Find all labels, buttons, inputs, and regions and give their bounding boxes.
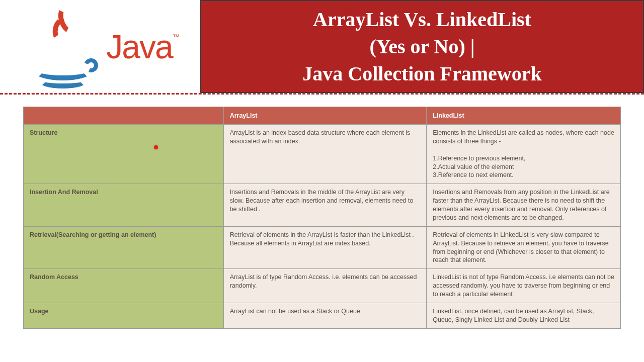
arraylist-cell: Retrieval of elements in the ArrayList i… (223, 226, 427, 269)
table-row: Random AccessArrayList is of type Random… (24, 269, 621, 303)
table-row: Retrieval(Searching or getting an elemen… (24, 226, 621, 269)
row-label: Retrieval(Searching or getting an elemen… (24, 226, 224, 269)
title-panel: ArrayList Vs. LinkedList (Yes or No) | J… (200, 0, 644, 93)
linkedlist-cell: Retrieval of elements in LinkedList is v… (427, 226, 621, 269)
linkedlist-cell: LinkedList, once defined, can be used as… (427, 303, 621, 328)
header-linkedlist: LinkedList (427, 107, 621, 125)
row-label: Usage (24, 303, 224, 328)
row-label: Insertion And Removal (24, 184, 224, 227)
comparison-table: ArrayList LinkedList StructureArrayList … (23, 107, 621, 329)
title-line-1: ArrayList Vs. LinkedList (313, 6, 531, 33)
table-row: UsageArrayList can not be used as a Stac… (24, 303, 621, 328)
java-logo-area: Java™ (0, 0, 200, 93)
java-logo-icon (29, 4, 99, 89)
header-arraylist: ArrayList (223, 107, 427, 125)
arraylist-cell: ArrayList is of type Random Access. i.e.… (223, 269, 427, 303)
arraylist-cell: ArrayList is an index based data structu… (223, 125, 427, 184)
header: Java™ ArrayList Vs. LinkedList (Yes or N… (0, 0, 644, 95)
row-label: Random Access (24, 269, 224, 303)
content-area: ArrayList LinkedList StructureArrayList … (0, 95, 644, 329)
linkedlist-cell: Elements in the LinkedList are called as… (427, 125, 621, 184)
table-row: StructureArrayList is an index based dat… (24, 125, 621, 184)
arraylist-cell: Insertions and Removals in the middle of… (223, 184, 427, 227)
linkedlist-cell: Insertions and Removals from any positio… (427, 184, 621, 227)
table-header-row: ArrayList LinkedList (24, 107, 621, 125)
java-logo-text: Java™ (106, 28, 179, 66)
arraylist-cell: ArrayList can not be used as a Stack or … (223, 303, 427, 328)
title-line-2: (Yes or No) | (369, 33, 474, 60)
title-line-3: Java Collection Framework (302, 60, 541, 87)
row-label: Structure (24, 125, 224, 184)
trademark-symbol: ™ (173, 33, 180, 41)
linkedlist-cell: LinkedList is not of type Random Access.… (427, 269, 621, 303)
logo-word: Java (106, 28, 172, 65)
table-row: Insertion And RemovalInsertions and Remo… (24, 184, 621, 227)
laser-pointer-dot (154, 145, 158, 149)
header-blank (24, 107, 224, 125)
